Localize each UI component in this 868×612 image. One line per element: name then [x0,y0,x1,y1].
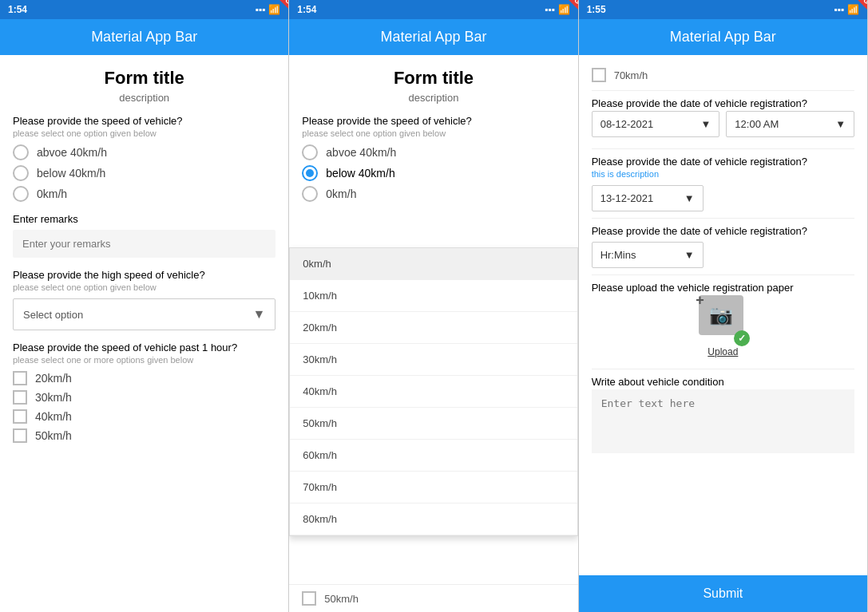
checkbox-box-2 [13,390,27,405]
camera-icon [699,295,743,335]
top-checkbox-box [592,68,606,82]
form-desc-1: description [13,92,275,104]
upload-section: Please upload the vehicle registration p… [592,282,854,357]
checkbox-box-3 [13,409,27,424]
time-1: 1:54 [8,4,27,15]
q2-sub-3: this is description [592,169,854,179]
remarks-input-1[interactable] [13,230,275,258]
radio-group-2: abvoe 40km/h below 40km/h 0km/h [302,144,565,202]
date-section-2: Please provide the date of vehicle regis… [592,156,854,211]
q1-label-2: Please provide the speed of vehicle? [302,115,565,127]
status-bar-1: 1:54 ▪▪▪ 📶 [0,0,288,19]
vehicle-condition-textarea[interactable] [592,389,854,453]
radio-item-2-3[interactable]: 0km/h [302,186,565,202]
radio-circle-2 [13,165,29,181]
date-select-2[interactable]: 13-12-2021 ▼ [592,185,704,211]
checkbox-box-4 [13,428,27,443]
checkbox-label-1: 20km/h [35,372,72,385]
radio-item-3[interactable]: 0km/h [13,186,275,202]
textarea-section: Write about vehicle condition [592,376,854,468]
status-icons-2: ▪▪▪ 📶 [545,4,570,15]
dropdown-item-10km[interactable]: 10km/h [290,280,577,312]
form-desc-2: description [302,92,565,104]
checkbox-label-2: 30km/h [35,391,72,404]
app-bar-1: Material App Bar [0,19,288,55]
radio-label-2-2: below 40km/h [326,167,394,180]
dropdown-overlay[interactable]: 0km/h 10km/h 20km/h 30km/h 40km/h 50km/h… [289,247,577,536]
time-select-2[interactable]: Hr:Mins ▼ [592,242,704,268]
dropdown-item-60km[interactable]: 60km/h [290,440,577,472]
plus-icon: + [696,292,704,309]
form-title-1: Form title [13,68,275,89]
time-placeholder-3: Hr:Mins [600,249,636,261]
radio-circle-2-2 [302,165,318,181]
date-arrow-1: ▼ [700,118,711,130]
checkbox-group-1: 20km/h 30km/h 40km/h 50km/h [13,371,275,443]
status-bar-2: 1:54 ▪▪▪ 📶 [289,0,577,19]
radio-label-2: below 40km/h [37,167,105,180]
bottom-checkbox-row: 50km/h [289,584,577,612]
q2-label-1: Please provide the high speed of vehicle… [13,269,275,281]
upload-link[interactable]: Upload [707,346,738,357]
radio-group-1: abvoe 40km/h below 40km/h 0km/h [13,144,275,202]
q4-label-3: Write about vehicle condition [592,376,854,388]
time-arrow-2: ▼ [684,249,695,261]
radio-item-1[interactable]: abvoe 40km/h [13,144,275,160]
time-select-1[interactable]: 12:00 AM ▼ [726,111,854,137]
divider-4 [592,274,854,275]
top-checkbox-label: 70km/h [614,69,648,81]
q3-sub-1: please select one or more options given … [13,355,275,365]
q1-label-3: Please provide the date of vehicle regis… [592,97,854,109]
panel-2: DEBUG 1:54 ▪▪▪ 📶 Material App Bar Form t… [289,0,578,612]
upload-label: Please upload the vehicle registration p… [592,282,854,294]
q1-sub-1: please select one option given below [13,128,275,138]
q2-label-3: Please provide the date of vehicle regis… [592,156,854,168]
dropdown-item-80km[interactable]: 80km/h [290,503,577,535]
time-3: 1:55 [587,4,606,15]
radio-label-2-1: abvoe 40km/h [326,146,396,159]
divider-2 [592,148,854,149]
wifi-icon: 📶 [268,4,280,15]
upload-icon-wrap: + ✓ [699,295,747,343]
time-arrow-1: ▼ [835,118,846,130]
dropdown-item-20km[interactable]: 20km/h [290,312,577,344]
checkbox-item-2[interactable]: 30km/h [13,390,275,405]
time-2: 1:54 [297,4,316,15]
date-select-1[interactable]: 08-12-2021 ▼ [592,111,720,137]
scroll-content-3: 70km/h Please provide the date of vehicl… [579,55,867,612]
top-checkbox-row: 70km/h [592,68,854,82]
radio-circle-1 [13,144,29,160]
radio-item-2[interactable]: below 40km/h [13,165,275,181]
radio-label-1: abvoe 40km/h [37,146,107,159]
radio-item-2-2[interactable]: below 40km/h [302,165,565,181]
checkbox-label-4: 50km/h [35,429,72,442]
time-value-1: 12:00 AM [735,118,779,130]
radio-label-3: 0km/h [37,188,67,200]
submit-button[interactable]: Submit [579,575,867,612]
signal-icon-3: ▪▪▪ [834,4,844,15]
checkbox-item-1[interactable]: 20km/h [13,371,275,385]
checkbox-item-4[interactable]: 50km/h [13,428,275,443]
signal-icon-2: ▪▪▪ [545,4,555,15]
dropdown-item-70km[interactable]: 70km/h [290,472,577,503]
dropdown-item-0km[interactable]: 0km/h [290,248,577,280]
checkbox-item-3[interactable]: 40km/h [13,409,275,424]
wifi-icon-2: 📶 [558,4,570,15]
divider-3 [592,218,854,219]
select-dropdown-1[interactable]: Select option ▼ [13,298,275,330]
q1-label-1: Please provide the speed of vehicle? [13,115,275,127]
bottom-checkbox-label: 50km/h [324,593,359,605]
checkbox-box-bottom [302,591,316,606]
dropdown-item-30km[interactable]: 30km/h [290,344,577,376]
dropdown-item-40km[interactable]: 40km/h [290,376,577,408]
signal-icon: ▪▪▪ [256,4,266,15]
dropdown-item-50km[interactable]: 50km/h [290,408,577,440]
upload-area[interactable]: + ✓ Upload [592,295,854,357]
radio-item-2-1[interactable]: abvoe 40km/h [302,144,565,160]
date-section-1: Please provide the date of vehicle regis… [592,97,854,137]
date-value-2: 13-12-2021 [600,192,654,204]
panel-3: DEBUG 1:55 ▪▪▪ 📶 Material App Bar 70km/h… [579,0,868,612]
app-bar-2: Material App Bar [289,19,577,55]
status-bar-3: 1:55 ▪▪▪ 📶 [579,0,867,19]
form-title-2: Form title [302,68,565,89]
